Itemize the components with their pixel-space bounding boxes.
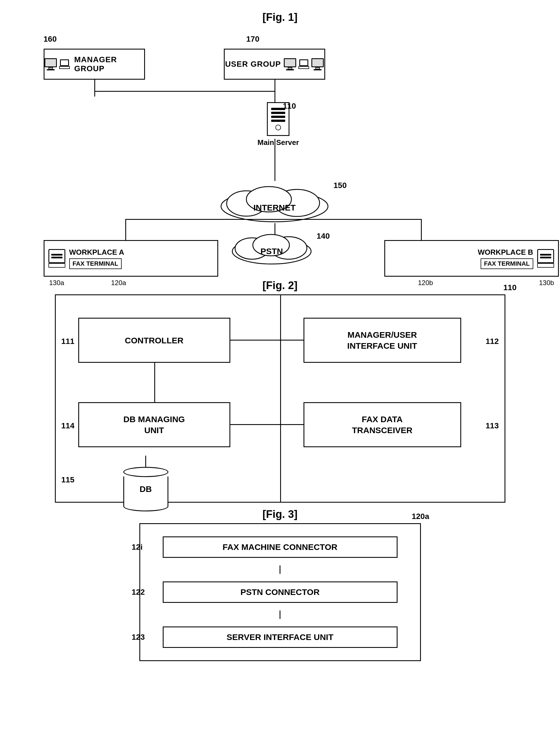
manager-group-box: MANAGER GROUP: [44, 49, 145, 80]
line-server-internet: [275, 139, 275, 181]
workplace-b-box: WORKPLACE B FAX TERMINAL: [384, 240, 559, 277]
pstn-connector-label: PSTN CONNECTOR: [240, 587, 320, 597]
label-110-fig2: 110: [503, 283, 517, 292]
label-140: 140: [317, 232, 330, 241]
fig3-row-1: 12i FAX MACHINE CONNECTOR: [163, 536, 398, 558]
fig3-container: 12i FAX MACHINE CONNECTOR 122 PSTN CONNE…: [139, 523, 421, 661]
line-ctrl-iface: [230, 340, 304, 341]
line-right-horiz: [275, 219, 421, 220]
manager-interface-box: MANAGER/USER INTERFACE UNIT: [304, 318, 461, 363]
label-110-fig1: 110: [283, 102, 296, 111]
workplace-a-label: WORKPLACE A: [69, 248, 213, 257]
line-fmc-pstn: [280, 565, 280, 574]
db-managing-label: DB MANAGING UNIT: [123, 414, 185, 436]
db-label: DB: [140, 484, 152, 494]
db-cylinder-group: DB: [123, 456, 168, 511]
label-120b: 120b: [418, 279, 433, 287]
main-server-label: Main Server: [258, 138, 299, 147]
fig3-title: [Fig. 3]: [17, 508, 543, 520]
db-managing-box: DB MANAGING UNIT: [78, 402, 230, 447]
fig2-container: CONTROLLER 111 MANAGER/USER INTERFACE UN…: [55, 295, 505, 503]
label-160: 160: [44, 35, 57, 44]
fax-machine-connector-label: FAX MACHINE CONNECTOR: [223, 542, 338, 552]
fig2-divider: [280, 295, 281, 502]
label-115: 115: [61, 475, 75, 484]
line-db-fax: [230, 424, 304, 425]
db-cylinder: DB: [123, 467, 168, 511]
manager-computer-icon: [44, 58, 57, 70]
fax-transceiver-box: FAX DATA TRANSCEIVER: [304, 402, 461, 447]
line-to-db: [145, 456, 146, 467]
controller-box: CONTROLLER: [78, 318, 230, 363]
pstn-cloud: PSTN: [229, 229, 314, 267]
fax-machine-b-icon: [537, 249, 554, 268]
label-111: 111: [61, 337, 75, 346]
fax-terminal-a-box: FAX TERMINAL: [69, 258, 122, 269]
fig3-row-2: 122 PSTN CONNECTOR: [163, 581, 398, 603]
fax-transceiver-label: FAX DATA TRANSCEIVER: [352, 414, 412, 436]
line-ctrl-db: [154, 363, 155, 402]
internet-cloud: INTERNET: [218, 178, 331, 224]
user-printer-icon: [298, 59, 309, 69]
user-computer-icon1: [284, 58, 296, 70]
fig1-diagram: 160 170 MANAGER GROUP USER GROUP: [27, 26, 534, 274]
manager-group-label: MANAGER GROUP: [74, 55, 144, 73]
label-120a-fig3: 120a: [412, 512, 429, 521]
fax-machine-connector-box: FAX MACHINE CONNECTOR: [163, 536, 398, 558]
controller-label: CONTROLLER: [125, 335, 183, 346]
svg-text:PSTN: PSTN: [260, 247, 283, 256]
fax-terminal-a-label: FAX TERMINAL: [73, 260, 119, 267]
fig1-title: [Fig. 1]: [17, 11, 543, 23]
label-130b: 130b: [539, 279, 554, 287]
manager-interface-label: MANAGER/USER INTERFACE UNIT: [347, 329, 417, 351]
label-112: 112: [486, 337, 499, 346]
fax-terminal-b-label: FAX TERMINAL: [484, 260, 530, 267]
label-120a: 120a: [111, 279, 126, 287]
line-left-horiz: [125, 219, 275, 220]
user-group-box: USER GROUP: [224, 49, 325, 80]
user-computer-icon2: [311, 58, 324, 70]
line-horiz-top: [94, 91, 275, 92]
line-pstn-srv: [280, 610, 280, 619]
fax-machine-a-icon: [48, 249, 65, 268]
label-12i: 12i: [132, 543, 143, 552]
fig3-row-3: 123 SERVER INTERFACE UNIT: [163, 626, 398, 648]
fax-terminal-b-box: FAX TERMINAL: [481, 258, 533, 269]
label-150: 150: [334, 181, 347, 190]
fig2-title: [Fig. 2]: [17, 280, 543, 292]
pstn-connector-box: PSTN CONNECTOR: [163, 581, 398, 603]
workplace-b-label: WORKPLACE B: [478, 248, 533, 257]
fig3-wrapper: 120a 12i FAX MACHINE CONNECTOR 122 PSTN …: [139, 523, 421, 661]
label-170: 170: [246, 35, 260, 44]
manager-printer-icon: [59, 59, 70, 69]
label-114: 114: [61, 421, 75, 430]
svg-text:INTERNET: INTERNET: [253, 203, 296, 212]
label-130a: 130a: [49, 279, 64, 287]
user-group-label: USER GROUP: [225, 60, 281, 69]
label-122: 122: [132, 588, 145, 597]
line-mgr-down: [94, 80, 95, 97]
fig2-wrapper: 110 CONTROLLER 111 MANAGER/USER INTERFAC…: [55, 295, 505, 503]
server-interface-box: SERVER INTERFACE UNIT: [163, 626, 398, 648]
server-interface-label: SERVER INTERFACE UNIT: [227, 632, 334, 642]
page: [Fig. 1] 160 170 MANAGER GROUP: [0, 0, 560, 734]
label-113: 113: [486, 421, 499, 430]
internet-cloud-svg: INTERNET: [218, 178, 331, 223]
pstn-cloud-svg: PSTN: [229, 229, 314, 266]
line-usr-down: [275, 80, 275, 91]
label-123: 123: [132, 633, 145, 642]
workplace-a-box: WORKPLACE A FAX TERMINAL: [44, 240, 218, 277]
